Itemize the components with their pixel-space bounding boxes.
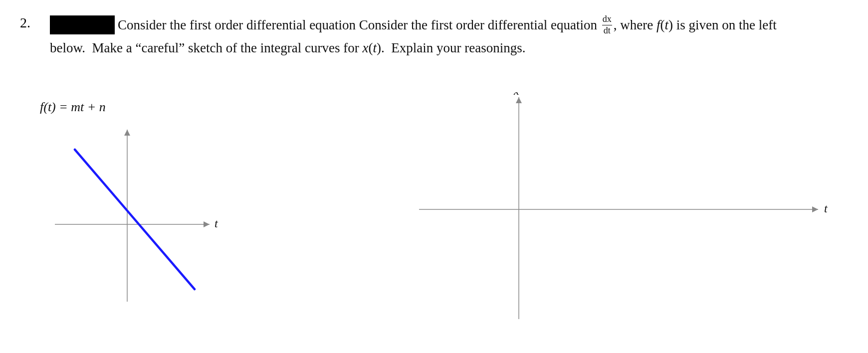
svg-text:t: t [215,217,218,230]
problem-text: Consider the first order differential eq… [50,14,838,58]
right-graph-container: t x [409,92,838,332]
problem-text-line2: below. Make a “careful” sketch of the in… [50,38,838,58]
text-consider: Consider the first order differential eq… [359,15,601,35]
fraction-numerator: dx [602,14,612,25]
svg-marker-1 [204,221,210,227]
fraction-denominator: dt [603,25,611,36]
text-after-fraction: , where f(t) is given on the left [614,15,777,35]
left-graph-svg: t [40,125,229,309]
dx-dt-fraction: dx dt [602,14,612,36]
left-graph-container: f(t) = mt + n t [40,100,259,314]
right-graph-svg: t x [409,92,838,327]
svg-line-5 [75,150,195,289]
problem-number: 2. [20,15,30,31]
text-before: Consider the first order differential eq… [118,15,356,35]
svg-marker-7 [812,206,818,212]
redacted-box [50,15,115,34]
svg-marker-4 [124,130,130,136]
svg-text:x: x [513,92,519,97]
svg-marker-10 [516,97,522,103]
svg-text:t: t [824,202,828,215]
formula-label: f(t) = mt + n [40,100,106,115]
